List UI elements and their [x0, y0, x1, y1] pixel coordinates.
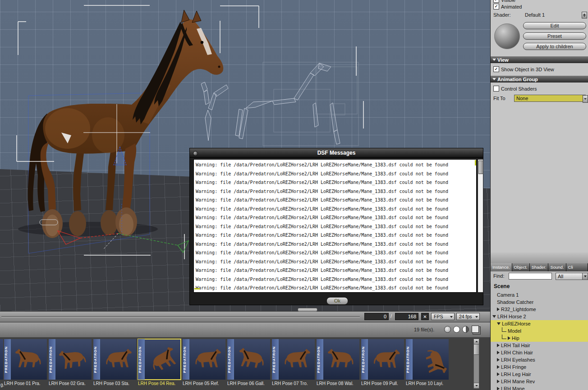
pose-label[interactable]: LRH Pose 09 Pull. — [361, 381, 405, 386]
find-input[interactable] — [509, 273, 552, 280]
pose-thumbnail[interactable]: PREDATRONLRH Pose 06 Gall. — [227, 339, 271, 386]
browser-scrollbar[interactable] — [473, 339, 479, 389]
show-object-checkbox[interactable]: ✓ — [493, 66, 499, 72]
pose-image[interactable]: PREDATRON — [49, 339, 92, 380]
tree-item-model[interactable]: Model — [491, 327, 588, 335]
scroll-up-icon[interactable] — [474, 339, 479, 344]
dsf-message-list[interactable]: Warning: file /data/Predatron/LoREZHorse… — [193, 159, 477, 293]
tree-item-camera-1[interactable]: Camera 1 — [491, 291, 588, 298]
ok-button[interactable]: Ok — [326, 297, 348, 305]
expand-arrow-icon[interactable] — [497, 358, 500, 362]
dialog-close-button[interactable] — [193, 151, 198, 156]
pose-image[interactable]: PREDATRON — [4, 339, 47, 380]
pose-label[interactable]: LRH Pose 04 Rea. — [138, 381, 182, 386]
tab-shader[interactable]: Shader. — [530, 263, 549, 271]
collapse-arrow-icon[interactable] — [492, 59, 496, 61]
view-mode-flat-icon[interactable] — [453, 326, 460, 333]
pose-thumbnail[interactable]: PREDATRONLRH Pose 10 Layi. — [406, 339, 450, 386]
pose-image[interactable]: PREDATRON — [361, 339, 404, 380]
tree-item-lrh-eyelashes[interactable]: LRH Eyelashes — [491, 356, 588, 363]
edit-button[interactable]: Edit — [523, 22, 586, 29]
pose-thumbnail[interactable]: PREDATRONLRH Pose 05 Ref. — [183, 339, 226, 386]
pose-thumbnail[interactable]: PREDATRONLRH Pose 09 Pull. — [361, 339, 405, 386]
tree-item-r32_lightdome[interactable]: R32_Lightdome — [491, 306, 588, 313]
pose-label[interactable]: LRH Pose 03 Sta. — [93, 381, 137, 386]
tree-item-lorezhorse[interactable]: LoREZHorse — [491, 320, 588, 327]
animation-group-section-header[interactable]: Animation Group — [491, 76, 588, 83]
tree-item-lrh-mane[interactable]: LRH Mane — [491, 385, 588, 390]
expand-arrow-icon[interactable] — [497, 344, 500, 347]
tree-item-lrh-mane-rev[interactable]: LRH Mane Rev — [491, 378, 588, 385]
tab-object[interactable]: Object. — [512, 263, 530, 271]
tab-cli[interactable]: Cli — [566, 263, 588, 271]
tree-item-hip[interactable]: Hip — [491, 335, 588, 342]
stack-view-icon[interactable] — [472, 326, 479, 333]
scrollbar-thumb[interactable] — [474, 344, 479, 355]
current-frame-field[interactable]: 0 — [364, 313, 389, 320]
pose-image[interactable]: PREDATRON — [227, 339, 270, 380]
fps-value-dropdown[interactable]: 24 fps — [456, 313, 480, 320]
expand-arrow-icon[interactable] — [497, 387, 500, 390]
pose-label[interactable]: LRH Pose 01 Pra. — [4, 381, 48, 386]
pose-image[interactable]: PREDATRON — [183, 339, 225, 380]
dropdown-arrow-icon[interactable] — [582, 273, 588, 280]
pose-thumbnail[interactable]: PREDATRONLRH Pose 07 Tro. — [272, 339, 316, 386]
pose-label[interactable]: LRH Pose 06 Gall. — [227, 381, 271, 386]
tree-item-lrh-tail-hair[interactable]: LRH Tail Hair — [491, 342, 588, 349]
collapse-arrow-icon[interactable] — [492, 78, 496, 80]
fit-to-dropdown[interactable]: None — [514, 95, 586, 102]
shader-dropdown-arrows-icon[interactable] — [582, 12, 587, 18]
fit-to-dropdown-arrow-icon[interactable] — [583, 95, 588, 103]
expand-arrow-icon[interactable] — [497, 380, 500, 383]
dialog-scrollbar[interactable] — [478, 159, 483, 293]
splitter-grip[interactable] — [298, 308, 317, 312]
pose-thumbnail[interactable]: PREDATRONLRH Pose 04 Rea. — [138, 339, 182, 386]
pose-image[interactable]: PREDATRON — [317, 339, 359, 380]
pose-thumbnail[interactable]: PREDATRONLRH Pose 03 Sta. — [93, 339, 137, 386]
scrollbar-thumb[interactable] — [478, 161, 483, 174]
pose-label[interactable]: LRH Pose 07 Tro. — [272, 381, 316, 386]
tab-instance[interactable]: Instance. — [491, 263, 512, 271]
view-mode-sphere-icon[interactable] — [444, 326, 451, 333]
loop-toggle-icon[interactable]: ✕ — [421, 313, 429, 320]
scrubber-track[interactable] — [1, 316, 360, 317]
expand-arrow-icon[interactable] — [497, 365, 500, 369]
shader-preview-sphere[interactable] — [494, 23, 520, 49]
tree-item-lrh-horse-2[interactable]: LRH Horse 2 — [491, 313, 588, 320]
view-mode-split-icon[interactable] — [462, 326, 469, 333]
apply-to-children-button[interactable]: Apply to children — [523, 43, 586, 50]
fps-dropdown[interactable]: FPS — [431, 313, 455, 320]
preset-button[interactable]: Preset — [523, 32, 586, 40]
pose-thumbnail[interactable]: PREDATRONLRH Pose 02 Gra. — [49, 339, 92, 386]
expand-arrow-icon[interactable] — [497, 351, 500, 354]
view-section-header[interactable]: View — [491, 56, 588, 63]
pose-label[interactable]: LRH Pose 10 Layi. — [406, 381, 450, 386]
expand-arrow-icon[interactable] — [497, 307, 500, 311]
tree-item-lrh-leg-hair[interactable]: LRH Leg Hair — [491, 371, 588, 378]
tree-item-lrh-fringe[interactable]: LRH Fringe — [491, 363, 588, 371]
shader-value[interactable]: Default 1 — [525, 12, 545, 18]
viewport-3d[interactable]: DSF Messages Warning: file /data/Predatr… — [0, 0, 490, 311]
pose-label[interactable]: LRH Pose 08 Wal. — [317, 381, 360, 386]
dsf-messages-dialog[interactable]: DSF Messages Warning: file /data/Predatr… — [189, 148, 483, 305]
pose-thumbnail[interactable]: PREDATRONLRH Pose 01 Pra. — [4, 339, 48, 386]
pose-image[interactable]: PREDATRON — [93, 339, 136, 380]
animated-checkbox[interactable]: ✓ — [493, 4, 499, 9]
tree-item-lrh-chin-hair[interactable]: LRH Chin Hair — [491, 349, 588, 356]
pose-label[interactable]: LRH Pose 05 Ref. — [183, 381, 226, 386]
scroll-down-icon[interactable] — [474, 383, 479, 388]
pose-image[interactable]: PREDATRON — [272, 339, 315, 380]
expand-arrow-icon[interactable] — [508, 336, 510, 340]
visible-checkbox[interactable]: ✓ — [493, 0, 499, 3]
expand-arrow-icon[interactable] — [497, 372, 500, 376]
pose-image[interactable]: PREDATRON — [138, 339, 181, 380]
pose-label[interactable]: LRH Pose 02 Gra. — [49, 381, 92, 386]
expand-arrow-icon[interactable] — [497, 322, 501, 325]
total-frames-field[interactable]: 168 — [395, 313, 418, 320]
filter-dropdown[interactable]: All — [556, 273, 588, 280]
tree-item-shadow-catcher[interactable]: Shadow Catcher — [491, 298, 588, 306]
pose-image[interactable]: PREDATRON — [406, 339, 449, 380]
control-shaders-checkbox[interactable] — [493, 86, 499, 92]
pose-thumbnail[interactable]: PREDATRONLRH Pose 08 Wal. — [317, 339, 360, 386]
panel-splitter[interactable] — [491, 252, 588, 263]
